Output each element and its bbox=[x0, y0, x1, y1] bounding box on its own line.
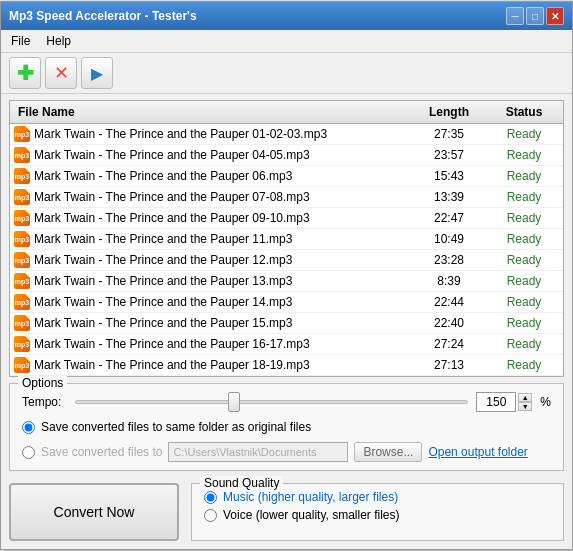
remove-icon: ✕ bbox=[54, 62, 69, 84]
convert-now-button[interactable]: Convert Now bbox=[9, 483, 179, 541]
table-row[interactable]: mp3 Mark Twain - The Prince and the Paup… bbox=[10, 313, 563, 334]
play-button[interactable]: ▶ bbox=[81, 57, 113, 89]
col-length: Length bbox=[409, 104, 489, 120]
save-same-folder-label[interactable]: Save converted files to same folder as o… bbox=[41, 420, 311, 434]
music-quality-row: Music (higher quality, larger files) bbox=[204, 490, 551, 504]
remove-files-button[interactable]: ✕ bbox=[45, 57, 77, 89]
tempo-slider[interactable] bbox=[75, 400, 468, 404]
file-length: 22:40 bbox=[409, 316, 489, 330]
file-icon: mp3 bbox=[14, 231, 30, 247]
file-length: 27:35 bbox=[409, 127, 489, 141]
voice-quality-label[interactable]: Voice (lower quality, smaller files) bbox=[223, 508, 400, 522]
main-window: Mp3 Speed Accelerator - Tester's ─ □ ✕ F… bbox=[0, 1, 573, 550]
save-same-folder-radio[interactable] bbox=[22, 421, 35, 434]
file-name-text: Mark Twain - The Prince and the Pauper 1… bbox=[34, 274, 292, 288]
title-bar-buttons: ─ □ ✕ bbox=[506, 7, 564, 25]
sound-quality-label: Sound Quality bbox=[200, 476, 283, 490]
file-icon: mp3 bbox=[14, 294, 30, 310]
file-name-text: Mark Twain - The Prince and the Pauper 0… bbox=[34, 211, 310, 225]
file-name-text: Mark Twain - The Prince and the Pauper 1… bbox=[34, 232, 292, 246]
file-length: 8:39 bbox=[409, 274, 489, 288]
file-status: Ready bbox=[489, 169, 559, 183]
file-status: Ready bbox=[489, 232, 559, 246]
voice-quality-radio[interactable] bbox=[204, 509, 217, 522]
file-status: Ready bbox=[489, 337, 559, 351]
file-icon: mp3 bbox=[14, 252, 30, 268]
file-name-text: Mark Twain - The Prince and the Pauper 0… bbox=[34, 127, 327, 141]
voice-quality-row: Voice (lower quality, smaller files) bbox=[204, 508, 551, 522]
table-row[interactable]: mp3 Mark Twain - The Prince and the Paup… bbox=[10, 166, 563, 187]
file-status: Ready bbox=[489, 274, 559, 288]
open-folder-link[interactable]: Open output folder bbox=[428, 445, 527, 459]
add-icon: ✚ bbox=[17, 61, 34, 85]
file-icon: mp3 bbox=[14, 357, 30, 373]
file-status: Ready bbox=[489, 253, 559, 267]
toolbar: ✚ ✕ ▶ bbox=[1, 53, 572, 94]
tempo-down-button[interactable]: ▼ bbox=[518, 402, 532, 411]
col-filename: File Name bbox=[14, 104, 409, 120]
table-row[interactable]: mp3 Mark Twain - The Prince and the Paup… bbox=[10, 250, 563, 271]
tempo-value-input[interactable] bbox=[476, 392, 516, 412]
file-icon: mp3 bbox=[14, 273, 30, 289]
title-bar: Mp3 Speed Accelerator - Tester's ─ □ ✕ bbox=[1, 2, 572, 30]
table-row[interactable]: mp3 Mark Twain - The Prince and the Paup… bbox=[10, 208, 563, 229]
add-files-button[interactable]: ✚ bbox=[9, 57, 41, 89]
sound-quality-group: Sound Quality Music (higher quality, lar… bbox=[191, 483, 564, 541]
file-name-text: Mark Twain - The Prince and the Pauper 0… bbox=[34, 169, 292, 183]
save-to-label[interactable]: Save converted files to bbox=[41, 445, 162, 459]
options-group: Options Tempo: ▲ ▼ % Save converted file… bbox=[9, 383, 564, 471]
browse-button[interactable]: Browse... bbox=[354, 442, 422, 462]
music-quality-radio[interactable] bbox=[204, 491, 217, 504]
table-row[interactable]: mp3 Mark Twain - The Prince and the Paup… bbox=[10, 355, 563, 376]
file-icon: mp3 bbox=[14, 168, 30, 184]
file-list-container: File Name Length Status mp3 Mark Twain -… bbox=[9, 100, 564, 377]
save-to-row: Save converted files to Browse... Open o… bbox=[22, 442, 551, 462]
table-row[interactable]: mp3 Mark Twain - The Prince and the Paup… bbox=[10, 229, 563, 250]
file-list-header: File Name Length Status bbox=[10, 101, 563, 124]
music-quality-label[interactable]: Music (higher quality, larger files) bbox=[223, 490, 398, 504]
col-status: Status bbox=[489, 104, 559, 120]
play-icon: ▶ bbox=[91, 64, 103, 83]
file-icon: mp3 bbox=[14, 126, 30, 142]
table-row[interactable]: mp3 Mark Twain - The Prince and the Paup… bbox=[10, 271, 563, 292]
file-status: Ready bbox=[489, 316, 559, 330]
table-row[interactable]: mp3 Mark Twain - The Prince and the Paup… bbox=[10, 187, 563, 208]
file-name-text: Mark Twain - The Prince and the Pauper 1… bbox=[34, 316, 292, 330]
file-name-text: Mark Twain - The Prince and the Pauper 0… bbox=[34, 148, 310, 162]
save-section: Save converted files to same folder as o… bbox=[22, 420, 551, 462]
file-status: Ready bbox=[489, 148, 559, 162]
file-length: 15:43 bbox=[409, 169, 489, 183]
table-row[interactable]: mp3 Mark Twain - The Prince and the Paup… bbox=[10, 334, 563, 355]
file-list: mp3 Mark Twain - The Prince and the Paup… bbox=[10, 124, 563, 376]
menu-bar: File Help bbox=[1, 30, 572, 53]
save-to-radio[interactable] bbox=[22, 446, 35, 459]
table-row[interactable]: mp3 Mark Twain - The Prince and the Paup… bbox=[10, 292, 563, 313]
file-icon: mp3 bbox=[14, 315, 30, 331]
file-icon: mp3 bbox=[14, 210, 30, 226]
file-icon: mp3 bbox=[14, 336, 30, 352]
menu-help[interactable]: Help bbox=[40, 32, 77, 50]
file-length: 23:28 bbox=[409, 253, 489, 267]
file-name-text: Mark Twain - The Prince and the Pauper 1… bbox=[34, 358, 310, 372]
save-same-folder-row: Save converted files to same folder as o… bbox=[22, 420, 551, 434]
menu-file[interactable]: File bbox=[5, 32, 36, 50]
file-status: Ready bbox=[489, 127, 559, 141]
table-row[interactable]: mp3 Mark Twain - The Prince and the Paup… bbox=[10, 145, 563, 166]
file-name-text: Mark Twain - The Prince and the Pauper 1… bbox=[34, 295, 292, 309]
table-row[interactable]: mp3 Mark Twain - The Prince and the Paup… bbox=[10, 124, 563, 145]
minimize-button[interactable]: ─ bbox=[506, 7, 524, 25]
file-length: 27:13 bbox=[409, 358, 489, 372]
tempo-label: Tempo: bbox=[22, 395, 67, 409]
tempo-row: Tempo: ▲ ▼ % bbox=[22, 392, 551, 412]
close-button[interactable]: ✕ bbox=[546, 7, 564, 25]
file-length: 22:47 bbox=[409, 211, 489, 225]
file-length: 10:49 bbox=[409, 232, 489, 246]
tempo-value-group: ▲ ▼ bbox=[476, 392, 532, 412]
save-path-input[interactable] bbox=[168, 442, 348, 462]
tempo-spinner: ▲ ▼ bbox=[518, 393, 532, 411]
tempo-up-button[interactable]: ▲ bbox=[518, 393, 532, 402]
file-status: Ready bbox=[489, 358, 559, 372]
maximize-button[interactable]: □ bbox=[526, 7, 544, 25]
file-status: Ready bbox=[489, 211, 559, 225]
file-name-text: Mark Twain - The Prince and the Pauper 1… bbox=[34, 253, 292, 267]
